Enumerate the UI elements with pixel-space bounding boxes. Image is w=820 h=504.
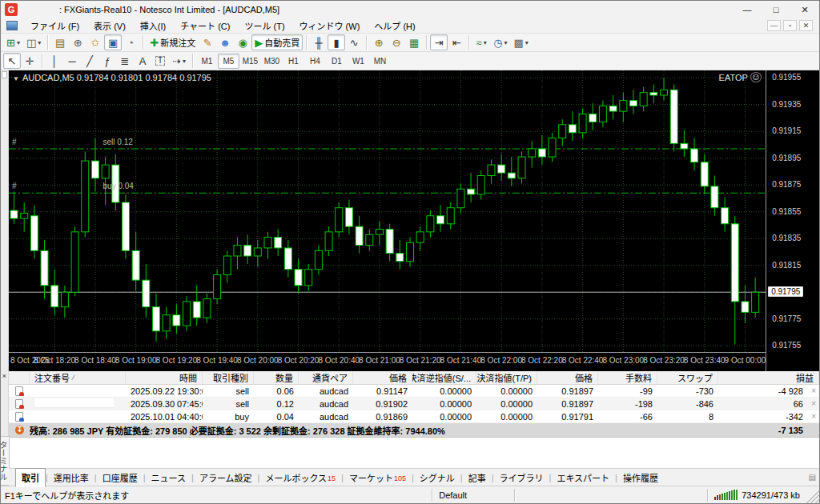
community-button[interactable]: ☻ [216, 34, 234, 50]
column-header[interactable]: 取引種別 [203, 371, 254, 384]
timeframe-mn-button[interactable]: MN [369, 54, 391, 69]
ea-smiley-icon[interactable]: ☺ [750, 72, 762, 82]
timeframe-w1-button[interactable]: W1 [348, 54, 369, 69]
terminal-button[interactable]: ▣ [104, 34, 122, 50]
timeframe-h1-button[interactable]: H1 [283, 54, 304, 69]
timeframe-m1-button[interactable]: M1 [196, 54, 218, 69]
chart-bars-button[interactable]: ╫ [310, 34, 328, 50]
column-header[interactable]: 価格 [353, 371, 412, 384]
timeframe-m15-button[interactable]: M15 [239, 54, 261, 69]
chart-line-button[interactable]: ∿ [345, 34, 363, 50]
indicators-button[interactable]: ≈▾ [472, 34, 490, 50]
templates-button[interactable]: ▩▾ [511, 34, 532, 50]
menu-item[interactable]: ツール (T) [237, 18, 291, 34]
menu-item[interactable]: ファイル (F) [23, 18, 86, 34]
trendline-button[interactable]: ╱ [81, 53, 98, 69]
minimize-button[interactable]: — [733, 1, 762, 18]
profiles-button[interactable]: ◫▾ [23, 34, 44, 50]
terminal-tab[interactable]: アラーム設定 [194, 469, 258, 486]
dropdown-arrow-icon[interactable]: ▾ [183, 58, 186, 65]
terminal-tab[interactable]: 記事 [463, 469, 492, 486]
resize-grip[interactable] [806, 486, 819, 503]
zoom-in-button[interactable]: ⊕ [370, 34, 388, 50]
dropdown-arrow-icon[interactable]: ▾ [17, 39, 20, 46]
new-order-button[interactable]: ✚新規注文 [147, 34, 199, 50]
terminal-tab[interactable]: 操作履歴 [617, 469, 664, 486]
news-button[interactable]: ◉ [234, 34, 251, 50]
ea-label[interactable]: EATOP☺ [719, 72, 762, 82]
chart-plot[interactable]: ▼AUDCAD,M5 0.91784 0.91801 0.91784 0.917… [9, 70, 766, 353]
chart-panel[interactable]: ▼AUDCAD,M5 0.91784 0.91801 0.91784 0.917… [9, 70, 766, 371]
timeframe-m30-button[interactable]: M30 [261, 54, 283, 69]
terminal-tab[interactable]: ライブラリ [494, 469, 549, 486]
column-header[interactable]: 損益 [718, 371, 819, 384]
channel-button[interactable]: ≣ [116, 53, 134, 69]
one-click-collapse-icon[interactable]: ▼ [13, 75, 19, 82]
column-header[interactable]: 時間 [126, 371, 203, 384]
splitter-handle[interactable] [2, 71, 7, 78]
metaeditor-button[interactable]: ✎ [199, 34, 216, 50]
periods-button[interactable]: ◷▾ [490, 34, 510, 50]
column-header[interactable]: 決済指値(T/P) [476, 371, 537, 384]
order-row[interactable]: 2025.10.01 04:40:00buy0.04audcad0.918690… [9, 410, 819, 423]
menu-item[interactable]: ウィンドウ (W) [292, 18, 368, 34]
timeframe-h4-button[interactable]: H4 [304, 54, 326, 69]
data-window-button[interactable]: ⊕ [69, 34, 86, 50]
candlestick-chart[interactable] [9, 70, 766, 353]
status-profile[interactable]: Default [432, 490, 514, 500]
timeframe-m5-button[interactable]: M5 [218, 54, 239, 69]
shapes-button[interactable]: ⇢▾ [169, 53, 189, 69]
terminal-tab[interactable]: メールボックス15 [259, 469, 341, 486]
tile-windows-button[interactable]: ▦ [405, 34, 423, 50]
order-row[interactable]: 2025.09.30 07:45:00sell0.12audcad0.91902… [9, 398, 819, 410]
horizontal-line-button[interactable]: ─ [63, 53, 81, 69]
column-header[interactable]: 価格 [537, 371, 598, 384]
strategy-tester-button[interactable]: ◔ [122, 34, 139, 50]
fibonacci-button[interactable]: ƒ [98, 53, 116, 69]
close-order-button[interactable]: × [811, 412, 816, 421]
close-button[interactable]: ✕ [790, 1, 819, 18]
terminal-tab[interactable]: マーケット105 [344, 469, 412, 486]
navigator-button[interactable]: ✩ [86, 34, 104, 50]
close-order-button[interactable]: × [811, 399, 816, 408]
tab-list-icon[interactable]: ▤ [809, 473, 816, 482]
mdi-minimize-button[interactable]: — [767, 20, 781, 31]
timeframe-d1-button[interactable]: D1 [326, 54, 348, 69]
terminal-close-button[interactable]: × [1, 372, 8, 380]
menu-item[interactable]: チャート (C) [173, 18, 237, 34]
dropdown-arrow-icon[interactable]: ▾ [484, 39, 487, 46]
mdi-close-button[interactable]: ✕ [799, 20, 813, 31]
terminal-tab[interactable]: ニュース [146, 469, 191, 486]
menu-item[interactable]: ヘルプ (H) [367, 18, 422, 34]
crosshair-button[interactable]: ✛ [21, 53, 38, 69]
terminal-tab[interactable]: シグナル [414, 469, 460, 486]
dropdown-arrow-icon[interactable]: ▾ [504, 39, 507, 46]
column-header[interactable]: 数量 [254, 371, 299, 384]
menu-item[interactable]: 挿入(I) [133, 18, 173, 34]
dropdown-arrow-icon[interactable]: ▾ [38, 39, 41, 46]
autotrading-button[interactable]: ▶自動売買 [251, 34, 303, 50]
new-chart-button[interactable]: ⊞▾ [3, 34, 23, 50]
column-header-ticket[interactable]: 注文番号∕ [30, 371, 126, 384]
time-axis[interactable]: 8 Oct 20258 Oct 18:208 Oct 18:408 Oct 19… [9, 353, 766, 371]
column-header[interactable]: 通貨ペア [299, 371, 353, 384]
maximize-button[interactable]: □ [762, 1, 790, 18]
vertical-line-button[interactable]: │ [46, 53, 63, 69]
chart-candles-button[interactable]: ▮ [328, 34, 345, 50]
column-header[interactable]: 手数料 [598, 371, 657, 384]
chart-window-icon[interactable] [6, 21, 18, 30]
terminal-tab[interactable]: 口座履歴 [97, 469, 143, 486]
price-axis[interactable]: 0.919550.919350.919150.918950.918750.918… [766, 70, 819, 371]
menu-item[interactable]: 表示 (V) [86, 18, 133, 34]
terminal-tab[interactable]: 運用比率 [48, 469, 94, 486]
text-button[interactable]: A [134, 53, 151, 69]
column-header[interactable]: 決済逆指値(S/... [412, 371, 476, 384]
mdi-restore-button[interactable]: ▫ [783, 20, 797, 31]
terminal-tab[interactable]: エキスパート [551, 469, 615, 486]
chart-shift-button[interactable]: ⇤ [448, 34, 465, 50]
cursor-button[interactable]: ↖ [3, 53, 21, 69]
order-row[interactable]: 2025.09.22 19:30:01sell0.06audcad0.91147… [9, 385, 819, 398]
market-watch-button[interactable]: ▤ [51, 34, 69, 50]
dropdown-arrow-icon[interactable]: ▾ [525, 39, 529, 46]
terminal-tab[interactable]: 取引 [15, 468, 46, 487]
